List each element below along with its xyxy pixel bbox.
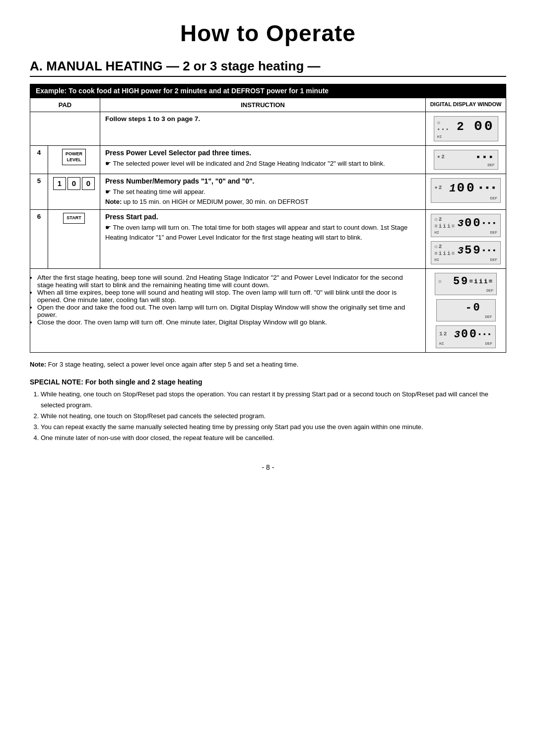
step-4-title: Press Power Level Selector pad three tim… [105,149,420,157]
display-indicators-5: DEF [434,196,497,200]
instruction-column-header: INSTRUCTION [100,98,426,112]
follow-steps-display: ☼▪▪▪ 2 00 HI [426,112,506,146]
display-window-b1: ☼ 59 ≡iii≡ DEF [435,273,497,295]
display-indicators-follow: HI [437,134,495,139]
step-5-instruction: Press Number/Memory pads "1", "0" and "0… [100,174,426,210]
step-4-display: ✷2 ▪▪▪ DEF [426,146,506,174]
display-stack-6: ☼2 ≡iii≡ 300 ▪▪▪ HIDEF ☼2 ≡iii≡ 359 ▪▪▪ … [431,213,501,265]
display-indicators-6b: HIDEF [434,257,497,262]
bullet-display-cell: ☼ 59 ≡iii≡ DEF -0 DEF [426,269,506,353]
start-pad: START [63,213,85,224]
step-6-pad: START [48,210,100,269]
step-5-title: Press Number/Memory pads "1", "0" and "0… [105,177,420,185]
disp-digits-b3: 300 [454,328,478,341]
section-heading: A. MANUAL HEATING — 2 or 3 stage heating… [30,59,506,77]
display-indicators-4: DEF [437,163,495,167]
page-title: How to Operate [30,20,506,47]
disp-ind-b2: DEF [440,315,492,319]
display-left-5: ✷2 [434,185,449,191]
bullet-text-cell: After the first stage heating, beep tone… [30,269,426,353]
step-6-number: 6 [30,210,48,269]
step-4-body: The selected power level will be indicat… [105,159,420,169]
disp-digits-b1: 59 [453,275,469,288]
step-5-number: 5 [30,174,48,210]
special-note-item-4: One minute later of non-use with door cl… [41,433,506,443]
special-note-item-1: While heating, one touch on Stop/Reset p… [41,389,506,411]
bullet-item-2: When all time expires, beep tone will so… [37,289,418,304]
display-window-follow: ☼▪▪▪ 2 00 HI [434,116,498,141]
number-pads: 1 0 0 [53,177,95,190]
step-5-point-1: The set heating time will appear. [105,188,205,195]
display-window-6b: ☼2 ≡iii≡ 359 ▪▪▪ HIDEF [431,241,501,264]
page-number: - 8 - [30,463,506,471]
display-left-6b: ☼2 ≡iii≡ [434,244,458,256]
step-4-row: 4 POWERLEVEL Press Power Level Selector … [30,146,506,174]
step-6-instruction: Press Start pad. The oven lamp will turn… [100,210,426,269]
display-window-4: ✷2 ▪▪▪ DEF [434,150,498,170]
special-note-item-2: While not heating, one touch on Stop/Res… [41,411,506,422]
step-4-number: 4 [30,146,48,174]
display-bars-4: ▪▪▪ [475,152,494,162]
disp-ind-b1: DEF [438,288,493,293]
disp-bars-b3: ▪▪▪ [478,331,492,338]
display-window-6a: ☼2 ≡iii≡ 300 ▪▪▪ HIDEF [431,214,501,237]
display-window-b2: -0 DEF [436,299,496,321]
num-0b: 0 [82,177,95,190]
special-note-ol: While heating, one touch on Stop/Reset p… [30,389,506,443]
power-level-pad: POWERLEVEL [62,149,86,165]
bullet-item-1: After the first stage heating, beep tone… [37,274,418,289]
display-indicators-6a: HIDEF [434,230,497,235]
display-left-6a: ☼2 ≡iii≡ [434,216,458,229]
step-5-pad: 1 0 0 [48,174,100,210]
bullet-display-stack: ☼ 59 ≡iii≡ DEF -0 DEF [431,272,501,349]
display-left-icons: ☼▪▪▪ [437,120,452,132]
display-left-4: ✷2 [437,154,452,160]
display-window-5: ✷2 100 ▪▪▪ DEF [431,178,501,203]
display-digits-6a: 300 [458,216,482,230]
pad-column-header: PAD [30,98,100,112]
example-banner: Example: To cook food at HIGH power for … [30,84,506,98]
follow-steps-row: Follow steps 1 to 3 on page 7. ☼▪▪▪ 2 00… [30,112,506,146]
step-4-instruction: Press Power Level Selector pad three tim… [100,146,426,174]
special-note-section: SPECIAL NOTE: For both single and 2 stag… [30,378,506,443]
display-digits-follow: 2 00 [457,119,494,134]
step-4-pad: POWERLEVEL [48,146,100,174]
special-note-list: While heating, one touch on Stop/Reset p… [30,389,506,443]
step-6-body: The oven lamp will turn on. The total ti… [105,223,420,242]
step-5-row: 5 1 0 0 Press Number/Memory pads "1", "0… [30,174,506,210]
disp-left-b1: ☼ [438,278,453,285]
step-6-display: ☼2 ≡iii≡ 300 ▪▪▪ HIDEF ☼2 ≡iii≡ 359 ▪▪▪ … [426,210,506,269]
step-6-row: 6 START Press Start pad. The oven lamp w… [30,210,506,269]
display-bars-6a: ▪▪▪ [482,219,497,227]
bullet-item-4: Close the door. The oven lamp will turn … [37,318,418,326]
follow-steps-instruction: Follow steps 1 to 3 on page 7. [100,112,426,146]
bullet-item-3: Open the door and take the food out. The… [37,304,418,318]
step-5-display: ✷2 100 ▪▪▪ DEF [426,174,506,210]
special-note-item-3: You can repeat exactly the same manually… [41,422,506,433]
num-1: 1 [53,177,66,190]
note-below-table: Note: For 3 stage heating, select a powe… [30,361,506,368]
disp-digits-b2: -0 [465,302,481,314]
special-note-title: SPECIAL NOTE: For both single and 2 stag… [30,378,506,386]
step-5-body: The set heating time will appear. Note: … [105,187,420,206]
disp-left-b3: 12 [439,331,454,337]
disp-ind-b3: HIDEF [439,341,492,346]
display-column-header: DIGITAL DISPLAY WINDOW [426,98,506,112]
instruction-table: PAD INSTRUCTION DIGITAL DISPLAY WINDOW F… [30,98,506,353]
display-bars-5: ▪▪▪ [478,183,497,193]
step-6-point-1: The oven lamp will turn on. The total ti… [105,224,407,241]
display-window-b3: 12 300 ▪▪▪ HIDEF [436,325,496,348]
disp-bars-b1: ≡iii≡ [469,278,493,285]
step-4-point-1: The selected power level will be indicat… [105,160,385,167]
display-digits-6b: 359 [458,244,482,257]
bullet-list: After the first stage heating, beep tone… [37,274,418,326]
num-0a: 0 [67,177,80,190]
bullet-points-row: After the first stage heating, beep tone… [30,269,506,353]
step-5-note: Note: up to 15 min. on HIGH or MEDIUM po… [105,198,309,205]
display-digits-5: 100 [449,181,476,195]
step-6-title: Press Start pad. [105,213,420,221]
display-bars-6b: ▪▪▪ [482,247,497,254]
